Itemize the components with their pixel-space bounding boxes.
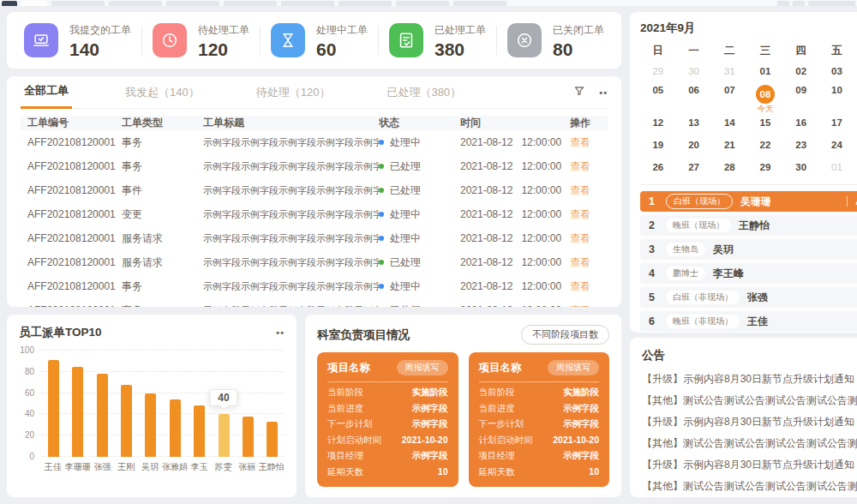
shift-number: 3 <box>649 243 658 255</box>
bar-吴玥[interactable] <box>139 351 163 457</box>
col-header-time: 时间 <box>460 116 570 130</box>
calendar-day[interactable]: 29 <box>640 60 676 82</box>
cell-status: 处理中 <box>379 135 460 150</box>
calendar-day[interactable]: 13 <box>676 111 712 134</box>
calendar-day[interactable]: 01 <box>747 60 783 82</box>
notice-item[interactable]: 【升级】示例内容8月30日新节点升级计划通知 <box>642 454 857 476</box>
tab-all-orders[interactable]: 全部工单 <box>21 83 72 109</box>
calendar-day[interactable]: 05 <box>640 82 676 111</box>
bar-王佳[interactable] <box>41 351 65 457</box>
table-row[interactable]: AFF202108120001服务请求示例字段示例字段示例字段示例字段示例字段已… <box>21 250 608 274</box>
calendar-day[interactable]: 12 <box>640 111 676 134</box>
y-tick-label: 40 <box>25 409 34 418</box>
notice-item[interactable]: 【其他】测试公告测试公告测试公告测试公告测试公告 <box>642 390 857 411</box>
weekday-label: 二 <box>711 44 747 58</box>
cell-order-type: 服务请求 <box>122 255 203 270</box>
shift-tag: 白班（非现场） <box>666 291 740 304</box>
shift-row[interactable]: 5白班（非现场）张强 <box>640 287 857 308</box>
x-tick-label: 张雅娟 <box>162 461 188 473</box>
calendar-day[interactable]: 14 <box>711 111 747 134</box>
table-row[interactable]: AFF202108120001事务示例字段示例字段示例字段示例字段示例字段已关闭… <box>21 298 608 307</box>
calendar-day[interactable]: 23 <box>783 134 819 156</box>
view-link[interactable]: 查看 <box>570 255 590 270</box>
calendar-day[interactable]: 09 <box>783 82 819 111</box>
calendar-day[interactable]: 28 <box>711 156 747 178</box>
weekly-report-button[interactable]: 周报填写 <box>397 360 448 375</box>
table-row[interactable]: AFF202108120001事务示例字段示例字段示例字段示例字段示例字段处理中… <box>21 274 608 298</box>
bar-苏雯[interactable]: 40 <box>212 351 236 457</box>
filter-icon[interactable] <box>573 85 585 100</box>
calendar-day[interactable]: 29 <box>747 156 783 178</box>
tab-strip-box <box>793 1 805 6</box>
calendar-day[interactable]: 20 <box>676 134 712 156</box>
calendar-day[interactable]: 22 <box>747 134 783 156</box>
divider <box>327 381 448 382</box>
calendar-day[interactable]: 01 <box>819 156 855 178</box>
notice-item[interactable]: 【其他】测试公告测试公告测试公告测试公告测试公告 <box>642 433 857 454</box>
view-link[interactable]: 查看 <box>570 135 590 150</box>
view-link[interactable]: 查看 <box>570 231 590 246</box>
more-menu-icon[interactable]: •• <box>599 87 608 98</box>
table-row[interactable]: AFF202108120001事件示例字段示例字段示例字段示例字段示例字段已处理… <box>21 178 608 202</box>
calendar-day[interactable]: 06 <box>676 82 712 111</box>
chart-title: 员工派单TOP10 <box>19 325 102 340</box>
bar-张丽[interactable] <box>236 351 260 457</box>
y-tick-label: 80 <box>25 367 34 376</box>
weekly-report-button[interactable]: 周报填写 <box>548 360 599 375</box>
calendar-day[interactable]: 07 <box>711 82 747 111</box>
notice-item[interactable]: 【升级】示例内容8月30日新节点升级计划通知 <box>642 411 857 433</box>
calendar-day-today[interactable]: 08今天 <box>747 82 783 111</box>
shift-row[interactable]: 3生物岛吴玥 <box>640 239 857 260</box>
cell-order-type: 服务请求 <box>122 231 203 246</box>
more-menu-icon[interactable]: •• <box>276 327 285 338</box>
calendar-day[interactable]: 31 <box>711 60 747 82</box>
project-card[interactable]: 项目名称周报填写当前阶段实施阶段当前进度示例字段下一步计划示例字段计划启动时间2… <box>469 352 610 487</box>
shift-tag: 晚班（现场） <box>666 219 731 232</box>
shift-row[interactable]: 2晚班（现场）王静怡 <box>640 215 857 236</box>
notice-item[interactable]: 【其他】测试公告测试公告测试公告测试公告测试公告 <box>642 476 857 497</box>
view-link[interactable]: 查看 <box>570 183 590 198</box>
shift-row[interactable]: 1白班（现场）吴珊珊 <box>640 191 857 212</box>
view-link[interactable]: 查看 <box>570 207 590 222</box>
calendar-day[interactable]: 16 <box>783 111 819 134</box>
view-link[interactable]: 查看 <box>570 279 590 294</box>
bar-张雅娟[interactable] <box>163 351 187 457</box>
view-link[interactable]: 查看 <box>570 159 590 174</box>
calendar-day[interactable]: 30 <box>676 60 712 82</box>
project-field: 当前进度示例字段 <box>479 400 600 417</box>
calendar-day[interactable]: 27 <box>676 156 712 178</box>
stat-card-processing: 处理中工单60 <box>271 23 368 58</box>
table-row[interactable]: AFF202108120001事务示例字段示例字段示例字段示例字段示例字段处理中… <box>21 130 608 154</box>
calendar-day[interactable]: 24 <box>819 134 855 156</box>
view-link[interactable]: 查看 <box>570 303 590 307</box>
calendar-day[interactable]: 15 <box>747 111 783 134</box>
tab-my-initiated[interactable]: 我发起（140） <box>122 85 203 108</box>
shift-row[interactable]: 6晚班（非现场）王佳 <box>640 311 857 332</box>
calendar-day[interactable]: 02 <box>783 60 819 82</box>
stat-value: 60 <box>316 40 368 58</box>
bar-王刚[interactable] <box>114 351 138 457</box>
calendar-day[interactable]: 21 <box>711 134 747 156</box>
calendar-day[interactable]: 19 <box>640 134 676 156</box>
table-row[interactable]: AFF202108120001服务请求示例字段示例字段示例字段示例字段示例字段处… <box>21 226 608 250</box>
project-card[interactable]: 项目名称周报填写当前阶段实施阶段当前进度示例字段下一步计划示例字段计划启动时间2… <box>317 352 458 487</box>
calendar-day[interactable]: 30 <box>783 156 819 178</box>
calendar-day[interactable]: 03 <box>819 60 855 82</box>
calendar-day[interactable]: 10 <box>819 82 855 111</box>
bar-李玉[interactable] <box>187 351 211 457</box>
tab-pending[interactable]: 待处理（120） <box>253 85 334 108</box>
notice-item[interactable]: 【升级】示例内容8月30日新节点升级计划通知 <box>642 369 857 390</box>
bar-张强[interactable] <box>90 351 114 457</box>
stage-count-button[interactable]: 不同阶段项目数 <box>521 325 609 345</box>
shift-row[interactable]: 4鹏博士李王峰 <box>640 263 857 284</box>
bar-李珊珊[interactable] <box>65 351 89 457</box>
stat-value: 120 <box>198 40 249 58</box>
table-row[interactable]: AFF202108120001变更示例字段示例字段示例字段示例字段示例字段处理中… <box>21 202 608 226</box>
tab-processed[interactable]: 已处理（380） <box>383 85 464 108</box>
bar-王静怡[interactable] <box>261 351 285 457</box>
calendar-day[interactable]: 17 <box>819 111 855 134</box>
tab-strip-box <box>2 1 17 6</box>
calendar-day[interactable]: 26 <box>640 156 676 178</box>
table-row[interactable]: AFF202108120001事务示例字段示例字段示例字段示例字段示例字段已处理… <box>21 154 608 178</box>
shift-number: 4 <box>649 267 658 279</box>
